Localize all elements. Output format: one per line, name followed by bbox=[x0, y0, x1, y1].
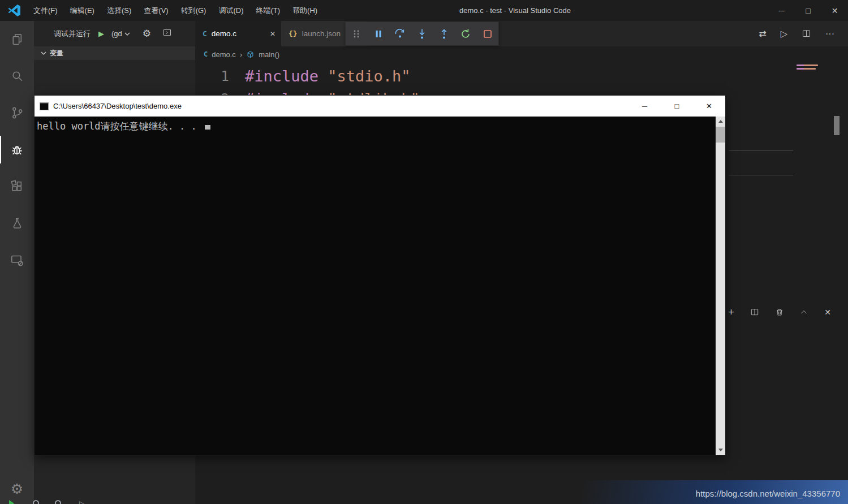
console-scrollbar-thumb[interactable] bbox=[716, 127, 725, 143]
console-title: C:\Users\66437\Desktop\test\demo.exe bbox=[53, 102, 182, 110]
minimap-mark bbox=[797, 68, 816, 70]
vscode-logo-icon bbox=[7, 3, 21, 18]
json-file-icon: {} bbox=[289, 29, 298, 38]
activitybar-search[interactable] bbox=[0, 58, 34, 94]
activitybar-settings[interactable]: ⚙ bbox=[0, 482, 34, 496]
console-window-controls: ─ □ ✕ bbox=[629, 96, 725, 117]
debug-pause-icon[interactable] bbox=[369, 24, 388, 44]
activitybar-run-and-debug[interactable] bbox=[0, 131, 34, 168]
code-line-1: 1 #include "stdio.h" bbox=[195, 65, 848, 88]
run-file-icon[interactable]: ▷ bbox=[781, 28, 787, 39]
console-window[interactable]: C:\Users\66437\Desktop\test\demo.exe ─ □… bbox=[34, 95, 726, 455]
debug-bug-icon bbox=[10, 143, 24, 157]
divider bbox=[729, 150, 793, 150]
console-maximize-button[interactable]: □ bbox=[661, 96, 693, 117]
breadcrumb: C demo.c › main() bbox=[195, 46, 848, 62]
maximize-button[interactable]: □ bbox=[795, 0, 821, 21]
toolbar-drag-grip[interactable] bbox=[347, 24, 366, 44]
code-token-string: "stdio.h" bbox=[328, 67, 410, 85]
debug-config-value: (gd bbox=[111, 29, 122, 38]
c-file-icon: C bbox=[204, 50, 208, 58]
circle-icon bbox=[33, 500, 39, 504]
menu-view[interactable]: 查看(V) bbox=[137, 0, 174, 21]
circle-icon bbox=[55, 500, 61, 504]
triangle-icon: ▷ bbox=[79, 500, 84, 504]
variables-section-label: 变量 bbox=[50, 49, 63, 58]
minimap-mark bbox=[797, 64, 818, 66]
open-changes-icon[interactable]: ⇄ bbox=[759, 28, 766, 39]
divider bbox=[729, 175, 793, 175]
scroll-down-arrow-icon[interactable] bbox=[718, 449, 723, 451]
tab-demo-c[interactable]: C demo.c ✕ bbox=[195, 21, 281, 46]
source-control-icon bbox=[10, 106, 24, 120]
menu-selection[interactable]: 选择(S) bbox=[101, 0, 137, 21]
bottom-edge-fragments: ▷ bbox=[0, 500, 204, 504]
debug-step-into-icon[interactable] bbox=[412, 24, 432, 44]
beaker-icon bbox=[10, 216, 24, 230]
panel-actions: + ✕ bbox=[728, 307, 831, 317]
menu-terminal[interactable]: 终端(T) bbox=[249, 0, 286, 21]
breadcrumb-separator: › bbox=[240, 50, 242, 59]
symbol-cube-icon bbox=[246, 50, 255, 59]
activitybar-extensions[interactable] bbox=[0, 168, 34, 205]
chevron-down-icon bbox=[124, 29, 130, 38]
split-editor-icon[interactable] bbox=[802, 29, 811, 38]
window-controls: ─ □ ✕ bbox=[768, 0, 848, 21]
menu-help[interactable]: 帮助(H) bbox=[286, 0, 324, 21]
tab-close-icon[interactable]: ✕ bbox=[270, 30, 276, 38]
editor-actions: ⇄ ▷ ··· bbox=[759, 21, 834, 46]
console-minimize-button[interactable]: ─ bbox=[629, 96, 661, 117]
tab-label: demo.c bbox=[212, 29, 236, 38]
start-debug-button[interactable]: ▶ bbox=[98, 29, 104, 38]
c-file-icon: C bbox=[203, 29, 207, 38]
more-actions-icon[interactable]: ··· bbox=[825, 29, 834, 39]
search-icon bbox=[10, 69, 24, 83]
play-icon bbox=[9, 500, 14, 504]
console-output-text: hello world请按任意键继续. . . bbox=[37, 120, 197, 132]
remote-explorer-icon bbox=[10, 253, 24, 268]
debug-config-dropdown[interactable]: (gd bbox=[111, 29, 130, 38]
breadcrumb-symbol[interactable]: main() bbox=[259, 50, 279, 59]
menu-edit[interactable]: 编辑(E) bbox=[64, 0, 101, 21]
activitybar-explorer[interactable] bbox=[0, 21, 34, 58]
trash-icon[interactable] bbox=[775, 308, 784, 317]
menu-go[interactable]: 转到(G) bbox=[175, 0, 213, 21]
extensions-icon bbox=[10, 179, 24, 193]
split-panel-icon[interactable] bbox=[750, 308, 759, 317]
scroll-up-arrow-icon[interactable] bbox=[718, 120, 723, 123]
close-panel-icon[interactable]: ✕ bbox=[824, 308, 831, 317]
debug-console-icon[interactable] bbox=[162, 28, 172, 40]
debug-settings-gear-icon[interactable]: ⚙ bbox=[143, 29, 151, 38]
console-output-area[interactable]: hello world请按任意键继续. . . bbox=[35, 117, 716, 455]
minimize-button[interactable]: ─ bbox=[768, 0, 795, 21]
activitybar-testing[interactable] bbox=[0, 205, 34, 242]
debug-toolbar bbox=[345, 21, 499, 46]
debug-restart-icon[interactable] bbox=[456, 24, 475, 44]
window-title: demo.c - test - Visual Studio Code bbox=[459, 0, 571, 21]
debug-step-out-icon[interactable] bbox=[434, 24, 454, 44]
menu-debug[interactable]: 调试(D) bbox=[212, 0, 249, 21]
editor-scrollbar-thumb[interactable] bbox=[834, 116, 840, 135]
debug-sidebar-toolbar: 调试并运行 ▶ (gd ⚙ bbox=[34, 21, 195, 46]
activitybar-remote-explorer[interactable] bbox=[0, 242, 34, 278]
console-close-button[interactable]: ✕ bbox=[693, 96, 725, 117]
debug-stop-icon[interactable] bbox=[478, 24, 497, 44]
titlebar: 文件(F) 编辑(E) 选择(S) 查看(V) 转到(G) 调试(D) 终端(T… bbox=[0, 0, 848, 21]
gear-icon: ⚙ bbox=[11, 482, 23, 496]
debug-step-over-icon[interactable] bbox=[390, 24, 410, 44]
explorer-icon bbox=[10, 32, 24, 46]
activitybar-source-control[interactable] bbox=[0, 94, 34, 131]
new-terminal-icon[interactable]: + bbox=[728, 307, 734, 317]
console-titlebar[interactable]: C:\Users\66437\Desktop\test\demo.exe ─ □… bbox=[35, 96, 725, 117]
tab-label: launch.json bbox=[302, 29, 341, 38]
code-token-keyword: #include bbox=[245, 67, 318, 85]
breadcrumb-file[interactable]: demo.c bbox=[212, 50, 236, 59]
vscode-window: 文件(F) 编辑(E) 选择(S) 查看(V) 转到(G) 调试(D) 终端(T… bbox=[0, 0, 848, 504]
console-cursor bbox=[205, 125, 210, 130]
variables-section-header[interactable]: 变量 bbox=[34, 46, 195, 60]
watermark-url: https://blog.csdn.net/weixin_43356770 bbox=[696, 489, 840, 498]
console-scrollbar[interactable] bbox=[716, 117, 725, 455]
menu-file[interactable]: 文件(F) bbox=[27, 0, 64, 21]
close-button[interactable]: ✕ bbox=[821, 0, 848, 21]
maximize-panel-icon[interactable] bbox=[799, 308, 808, 317]
